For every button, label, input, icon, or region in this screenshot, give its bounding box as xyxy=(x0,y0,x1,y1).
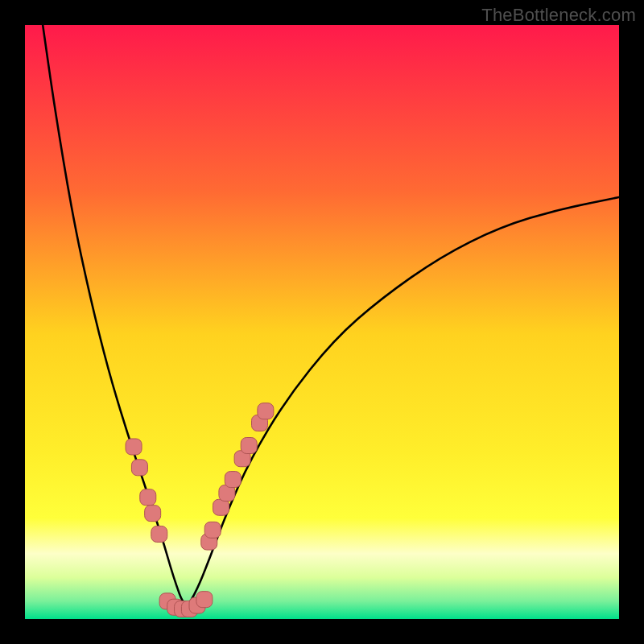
data-dot xyxy=(241,438,257,454)
data-dot xyxy=(196,592,213,608)
outer-frame: TheBottleneck.com xyxy=(0,0,644,644)
data-dot xyxy=(204,522,221,538)
data-dot xyxy=(131,460,147,476)
data-dot xyxy=(126,439,142,455)
data-dot xyxy=(145,506,161,522)
data-dot xyxy=(225,472,241,488)
data-dot xyxy=(213,499,229,515)
data-dot xyxy=(258,403,274,419)
data-dot xyxy=(151,526,167,542)
gradient-background xyxy=(25,25,619,619)
plot-area xyxy=(25,25,619,619)
chart-svg xyxy=(25,25,619,619)
watermark-text: TheBottleneck.com xyxy=(481,5,636,26)
data-dot xyxy=(140,489,156,506)
